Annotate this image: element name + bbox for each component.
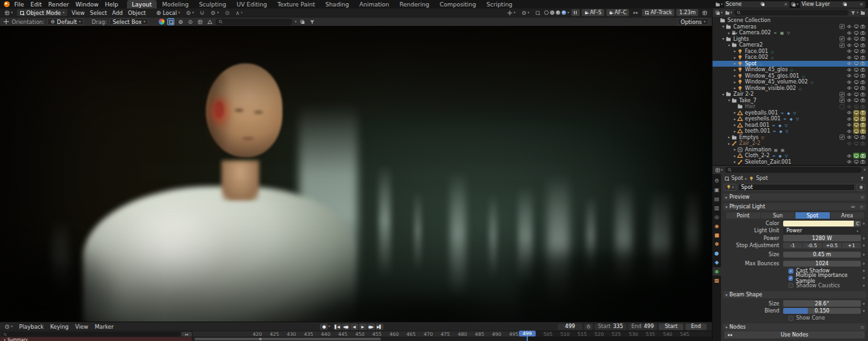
use-nodes-button[interactable]: Use Nodes xyxy=(724,331,865,338)
disable-render-toggle[interactable] xyxy=(860,79,867,85)
expander-icon[interactable]: ▸ xyxy=(733,111,737,115)
tab-view-layer[interactable]: ▥ xyxy=(713,204,721,212)
animate-dot[interactable] xyxy=(861,303,867,305)
timeline-menu[interactable]: View xyxy=(72,324,91,330)
presets-icon[interactable]: ≔ xyxy=(851,204,855,210)
list-item[interactable]: ▸ Skeleton_Zair.001 ✓ xyxy=(713,159,868,166)
list-item[interactable]: ▸ Emptys ▽ ✓ xyxy=(713,135,868,141)
size-field[interactable]: 0.45 m xyxy=(783,252,861,258)
disable-viewport-toggle[interactable] xyxy=(853,67,860,72)
auto-keying-button[interactable]: ● xyxy=(320,324,328,330)
animate-dot[interactable] xyxy=(861,310,867,312)
disable-viewport-toggle[interactable] xyxy=(853,24,860,30)
disable-viewport-toggle[interactable] xyxy=(853,73,860,79)
list-item[interactable]: Scene Collection ✓ xyxy=(713,17,868,24)
hide-eye-toggle[interactable] xyxy=(847,104,853,109)
list-item[interactable]: ▾ Zair 2-2 ✓ xyxy=(713,91,868,98)
list-item[interactable]: ▾ Cameras ✓ xyxy=(713,24,868,30)
disable-render-toggle[interactable] xyxy=(860,110,867,116)
proportional-falloff-selector[interactable]: ∧▾ xyxy=(234,9,245,16)
workspace-tab[interactable]: Shading xyxy=(320,0,354,8)
rendered-shading-button[interactable] xyxy=(562,10,566,15)
animate-dot[interactable] xyxy=(861,263,867,265)
list-item[interactable]: ▸ Animation ▦ ▦ ✓ xyxy=(713,147,868,153)
disable-render-toggle[interactable] xyxy=(860,135,867,140)
blender-logo-icon[interactable] xyxy=(2,0,11,8)
disable-viewport-toggle[interactable] xyxy=(853,54,860,60)
tab-object-data[interactable]: ◉ xyxy=(713,267,721,276)
list-item[interactable]: ▸ eyeballs.001 ≈ ◆ ▽ ✓ xyxy=(713,110,868,116)
max-bounces-field[interactable]: 1024 xyxy=(783,261,861,267)
jump-to-end[interactable]: ▶▌ xyxy=(376,324,383,330)
af-s-button[interactable]: AF-S xyxy=(582,9,604,16)
disable-render-toggle[interactable] xyxy=(860,122,867,128)
topbar-menu[interactable]: Edit xyxy=(27,0,45,8)
animate-dot[interactable] xyxy=(861,285,867,287)
expand-channels-button[interactable]: ↔ xyxy=(181,332,192,336)
render-region-icon[interactable] xyxy=(700,9,709,16)
animate-dot[interactable] xyxy=(861,245,867,247)
workspace-tab[interactable]: Modeling xyxy=(157,0,194,8)
disable-render-toggle[interactable] xyxy=(860,159,867,165)
viewlayer-browse-button[interactable]: ▾ xyxy=(791,2,799,7)
hide-eye-toggle[interactable] xyxy=(847,140,853,146)
disable-viewport-toggle[interactable] xyxy=(853,135,860,140)
shadow-caustics-checkbox[interactable]: Shadow Caustics xyxy=(788,283,840,289)
expander-icon[interactable]: ▸ xyxy=(733,86,737,90)
disable-render-toggle[interactable] xyxy=(860,98,867,104)
breadcrumb-object[interactable]: Spot xyxy=(731,175,743,181)
disable-viewport-toggle[interactable] xyxy=(853,128,860,134)
summary-channel[interactable]: ▾Summary xyxy=(0,337,192,341)
solid-shading-button[interactable] xyxy=(550,10,554,15)
set-start-button[interactable]: Start xyxy=(659,324,683,330)
disable-viewport-toggle[interactable] xyxy=(853,61,860,67)
list-item[interactable]: ▸ Face.002 ◇ ✓ xyxy=(713,54,868,61)
tab-tool[interactable]: ⚙ xyxy=(713,177,721,185)
disable-render-toggle[interactable] xyxy=(860,42,867,48)
nodes-panel-header[interactable]: ▾Nodes≡ xyxy=(723,324,866,331)
remove-viewlayer-icon[interactable]: ✕ xyxy=(860,2,863,7)
power-field[interactable]: 1280 W xyxy=(783,235,861,241)
list-item[interactable]: ▸ teeth.001 ≈ ◆ ▽ ✓ xyxy=(713,128,868,135)
disable-render-toggle[interactable] xyxy=(860,128,867,134)
tab-scene[interactable]: ◎ xyxy=(713,213,721,221)
beam-size-field[interactable]: 28.6° xyxy=(783,300,861,307)
keyframe-dot[interactable] xyxy=(259,338,262,340)
disable-viewport-toggle[interactable] xyxy=(853,30,860,36)
light-type-tab[interactable]: Sun xyxy=(761,212,795,219)
transform-orientation-selector[interactable]: Local▾ xyxy=(154,9,182,16)
sort-options-button[interactable] xyxy=(299,18,306,25)
viewport-menu[interactable]: Add xyxy=(109,10,125,16)
hide-eye-toggle[interactable] xyxy=(847,61,853,67)
end-frame-field[interactable]: End499 xyxy=(628,324,657,330)
snap-toggle[interactable] xyxy=(198,9,207,16)
blend-slider[interactable]: 0.150 xyxy=(783,308,861,314)
list-item[interactable]: Hair ✓ xyxy=(713,104,868,110)
tab-constraints[interactable]: ◆ xyxy=(713,258,721,267)
tab-particles[interactable]: ✽ xyxy=(713,240,721,248)
disable-viewport-toggle[interactable] xyxy=(853,116,860,122)
list-item[interactable]: ▸ Camera.002 ≈ ▦ ▽ ✓ xyxy=(713,30,868,36)
scene-browse-button[interactable]: ▾ xyxy=(715,2,723,7)
expander-icon[interactable]: ▸ xyxy=(733,80,737,84)
disable-render-toggle[interactable] xyxy=(860,61,867,67)
show-overlays-button[interactable]: ▾ xyxy=(520,9,532,16)
browse-light-data-button[interactable]: ▾ xyxy=(724,184,737,191)
expander-icon[interactable]: ▸ xyxy=(727,31,731,35)
list-item[interactable]: ▸ Window_45_glos.001 ◇ ✓ xyxy=(713,73,868,80)
hide-eye-toggle[interactable] xyxy=(847,85,853,91)
collection-checkbox[interactable]: ✓ xyxy=(839,135,845,140)
tab-physics[interactable]: ● xyxy=(713,249,721,258)
expander-icon[interactable]: ▸ xyxy=(733,117,737,121)
workspace-tab[interactable]: Layout xyxy=(127,0,157,8)
outliner-editor-type-button[interactable]: ▾ xyxy=(715,10,723,16)
mode-selector[interactable]: Object Mode ▾ xyxy=(17,9,67,16)
disable-viewport-toggle[interactable] xyxy=(853,42,860,48)
stop-adjust-button[interactable]: +0.5 xyxy=(823,243,841,249)
workspace-tab[interactable]: Sculpting xyxy=(194,0,231,8)
collection-checkbox[interactable]: ✓ xyxy=(839,92,845,97)
hide-eye-toggle[interactable] xyxy=(847,67,853,72)
collection-checkbox[interactable]: ✓ xyxy=(839,104,845,109)
editor-type-button[interactable]: ▾ xyxy=(3,9,15,16)
disable-render-toggle[interactable] xyxy=(860,140,867,146)
